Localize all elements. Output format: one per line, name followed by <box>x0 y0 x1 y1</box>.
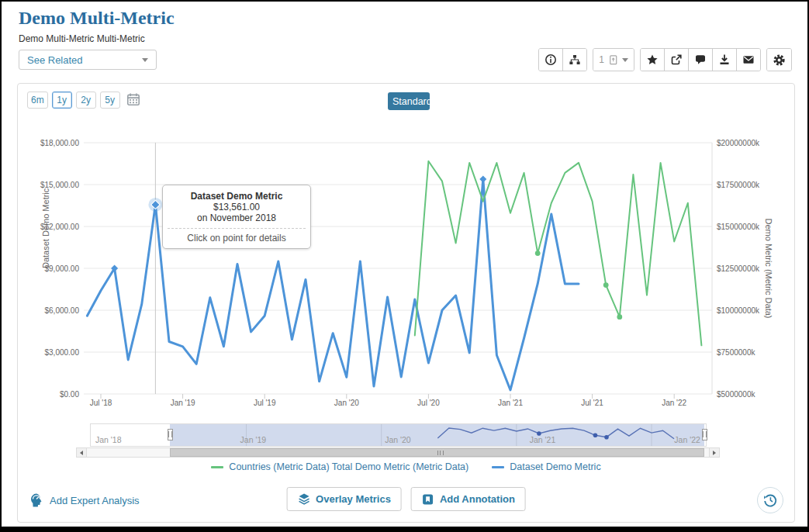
page-icon <box>607 54 619 66</box>
navigator-left-handle[interactable] <box>168 429 173 440</box>
range-button-2y[interactable]: 2y <box>76 92 96 109</box>
chart-panel: 6m1y2y5y Standard $18,000.00$15,000.00$1… <box>17 83 795 523</box>
add-expert-analysis-link[interactable]: Add Expert Analysis <box>29 492 140 508</box>
line-chart[interactable] <box>18 84 796 417</box>
page-count: 1 <box>599 54 604 65</box>
right-axis-tick: $20000000k <box>717 139 759 147</box>
tooltip-value: $13,561.00 <box>168 202 306 212</box>
download-icon <box>718 54 731 66</box>
sitemap-icon <box>569 54 581 66</box>
navigator-right-handle[interactable] <box>702 429 707 440</box>
chevron-down-icon <box>622 58 628 62</box>
left-axis-tick: $0.00 <box>21 390 79 399</box>
x-axis-tick: Jul '20 <box>417 399 440 407</box>
action-bar: Add Expert Analysis Overlay Metrics Add … <box>18 487 794 518</box>
range-button-6m[interactable]: 6m <box>27 92 48 109</box>
settings-button[interactable] <box>767 49 791 71</box>
right-axis-tick: $17500000k <box>717 181 759 189</box>
info-button[interactable] <box>539 49 562 71</box>
favorite-button[interactable] <box>641 49 664 71</box>
tooltip-date: on November 2018 <box>168 212 306 223</box>
x-axis-tick: Jan '20 <box>334 399 359 407</box>
calendar-icon <box>126 92 140 106</box>
navigator[interactable]: Jan '18Jan '19Jan '20Jan '21Jan '22 <box>90 423 707 447</box>
right-axis-tick: $15000000k <box>717 223 759 231</box>
navigator-label: Jan '21 <box>530 435 556 444</box>
gear-icon <box>773 54 786 67</box>
scroll-left-arrow[interactable] <box>77 448 87 457</box>
legend-item[interactable]: Dataset Demo Metric <box>492 461 600 472</box>
standard-view-button[interactable]: Standard <box>388 92 430 110</box>
legend-swatch <box>211 466 223 468</box>
x-axis-tick: Jan '22 <box>662 399 686 407</box>
download-button[interactable] <box>712 49 736 71</box>
annotation-icon <box>422 493 434 506</box>
right-axis-tick: $10000000k <box>717 306 759 315</box>
range-button-5y[interactable]: 5y <box>100 92 120 109</box>
x-axis-tick: Jul '21 <box>581 399 603 407</box>
expert-head-icon <box>29 492 44 508</box>
legend-swatch <box>492 466 504 468</box>
add-expert-analysis-label: Add Expert Analysis <box>50 495 140 506</box>
navigator-label: Jan '20 <box>385 435 411 444</box>
left-axis-tick: $18,000.00 <box>21 139 79 147</box>
history-clock-icon <box>762 492 778 508</box>
see-related-dropdown[interactable]: See Related <box>19 50 157 70</box>
point-tooltip: Dataset Demo Metric $13,561.00 on Novemb… <box>162 185 311 249</box>
email-icon <box>742 54 755 66</box>
toolbar: 1 <box>538 48 792 71</box>
x-axis-tick: Jan '19 <box>171 399 195 407</box>
chart-scrollbar[interactable] <box>76 447 720 458</box>
right-axis-tick: $12500000k <box>717 264 759 273</box>
page-subtitle: Demo Multi-Metric Multi-Metric <box>19 33 145 44</box>
left-axis-tick: $3,000.00 <box>21 348 79 357</box>
left-axis-tick: $6,000.00 <box>21 306 79 315</box>
sitemap-button[interactable] <box>562 49 586 71</box>
share-icon <box>670 54 683 66</box>
history-button[interactable] <box>757 487 783 513</box>
right-axis-title: Demo Metric (Metric Data) <box>764 219 773 319</box>
page-selector-button[interactable]: 1 <box>593 49 634 71</box>
share-button[interactable] <box>664 49 688 71</box>
page-title: Demo Multi-Metric <box>19 8 175 29</box>
comment-button[interactable] <box>688 49 712 71</box>
legend-item[interactable]: Countries (Metric Data) Total Demo Metri… <box>211 461 468 472</box>
x-axis-tick: Jul '18 <box>90 399 112 407</box>
range-selector: 6m1y2y5y <box>27 92 140 109</box>
overlay-metrics-button[interactable]: Overlay Metrics <box>286 487 402 511</box>
right-axis-tick: $5000000k <box>717 390 755 399</box>
tooltip-series-name: Dataset Demo Metric <box>168 191 306 202</box>
legend-label: Dataset Demo Metric <box>510 461 600 472</box>
see-related-label: See Related <box>27 54 83 66</box>
layers-icon <box>297 492 310 506</box>
navigator-label: Jan '18 <box>95 435 122 444</box>
calendar-button[interactable] <box>126 92 140 108</box>
scrollbar-thumb[interactable] <box>170 448 704 457</box>
scroll-right-arrow[interactable] <box>709 448 719 457</box>
star-icon <box>646 54 659 66</box>
add-annotation-label: Add Annotation <box>440 493 515 505</box>
overlay-metrics-label: Overlay Metrics <box>316 493 391 505</box>
tooltip-hint[interactable]: Click on point for details <box>168 228 306 244</box>
chart-legend: Countries (Metric Data) Total Demo Metri… <box>18 461 794 472</box>
add-annotation-button[interactable]: Add Annotation <box>411 487 526 511</box>
chevron-down-icon <box>142 58 148 62</box>
navigator-label: Jan '22 <box>674 435 700 444</box>
legend-label: Countries (Metric Data) Total Demo Metri… <box>229 461 468 472</box>
email-button[interactable] <box>736 49 760 71</box>
x-axis-tick: Jan '21 <box>498 399 523 407</box>
right-axis-tick: $7500000k <box>717 348 755 357</box>
info-icon <box>545 54 557 66</box>
navigator-label: Jan '19 <box>240 435 267 444</box>
x-axis-tick: Jul '19 <box>254 399 276 407</box>
comment-icon <box>694 54 707 66</box>
range-button-1y[interactable]: 1y <box>52 92 72 109</box>
left-axis-title: Dataset Demo Metric <box>41 188 50 268</box>
app-window: Demo Multi-Metric Demo Multi-Metric Mult… <box>0 0 809 532</box>
